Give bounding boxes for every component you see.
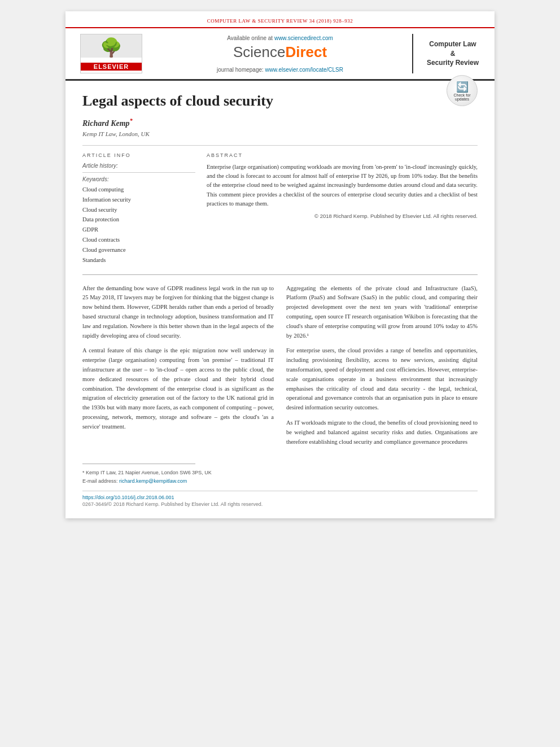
keyword-5: GDPR	[82, 225, 195, 235]
page: COMPUTER LAW & SECURITY REVIEW 34 (2018)…	[65, 11, 495, 518]
journal-header-center: Available online at www.sciencedirect.co…	[148, 34, 412, 73]
keywords-label: Keywords:	[82, 176, 195, 182]
journal-banner-text: COMPUTER LAW & SECURITY REVIEW 34 (2018)…	[207, 18, 353, 24]
journal-homepage-text: journal homepage: www.elsevier.com/locat…	[217, 67, 343, 73]
elsevier-tree-icon: 🌳	[100, 37, 123, 58]
author-affiliation: Kemp IT Law, London, UK	[82, 130, 478, 137]
journal-banner: COMPUTER LAW & SECURITY REVIEW 34 (2018)…	[65, 11, 495, 28]
keywords-list: Cloud computing Information security Clo…	[82, 185, 195, 265]
elsevier-brand-text: ELSEVIER	[81, 63, 142, 71]
abstract-section: ABSTRACT Enterprise (large organisation)…	[207, 152, 478, 265]
journal-title-text: Computer Law & Security Review	[427, 40, 479, 68]
author-name: Richard Kemp*	[82, 117, 478, 128]
email-label: E-mail address:	[82, 478, 118, 484]
meta-section: ARTICLE INFO Article history: Keywords: …	[82, 152, 478, 265]
publisher-logo: 🌳 ELSEVIER	[75, 34, 148, 73]
abstract-label: ABSTRACT	[207, 152, 478, 158]
check-updates-icon: 🔄	[456, 81, 469, 93]
elsevier-logo-box: 🌳 ELSEVIER	[80, 34, 142, 73]
keyword-3: Cloud security	[82, 205, 195, 215]
article-info-column: ARTICLE INFO Article history: Keywords: …	[82, 152, 195, 265]
sd-direct-text: Direct	[285, 43, 327, 60]
author-sup: *	[130, 117, 133, 124]
header-divider	[82, 145, 478, 146]
content-col1-para2: A central feature of this change is the …	[82, 346, 274, 431]
footnote-affil: * Kemp IT Law, 21 Napier Avenue, London …	[82, 469, 478, 477]
keyword-6: Cloud contracts	[82, 235, 195, 245]
history-label: Article history:	[82, 163, 195, 169]
footnote-divider	[82, 464, 195, 464]
email-link[interactable]: richard.kemp@kempitlaw.com	[119, 478, 187, 484]
article-info-label: ARTICLE INFO	[82, 152, 195, 158]
article-body: 🔄 Check forupdates Legal aspects of clou…	[65, 81, 495, 518]
footer-block: https://doi.org/10.1016/j.clsr.2018.06.0…	[82, 491, 478, 507]
content-col-1: After the demanding bow wave of GDPR rea…	[82, 284, 274, 453]
footnote-block: * Kemp IT Law, 21 Napier Avenue, London …	[82, 469, 478, 485]
main-content: After the demanding bow wave of GDPR rea…	[82, 284, 478, 453]
keyword-4: Data protection	[82, 215, 195, 225]
content-col1-para1: After the demanding bow wave of GDPR rea…	[82, 284, 274, 341]
abstract-text: Enterprise (large organisation) computin…	[207, 163, 478, 208]
keyword-2: Information security	[82, 195, 195, 205]
check-updates-text: Check forupdates	[454, 93, 471, 101]
content-col2-para3: As IT workloads migrate to the cloud, th…	[286, 418, 478, 447]
check-updates-badge: 🔄 Check forupdates	[447, 75, 478, 106]
info-divider	[82, 172, 195, 173]
keyword-7: Cloud governance	[82, 245, 195, 255]
journal-homepage-url[interactable]: www.elsevier.com/locate/CLSR	[265, 67, 343, 73]
keyword-1: Cloud computing	[82, 185, 195, 195]
content-divider	[82, 274, 478, 275]
footer-rights-text: 0267-3649/© 2018 Richard Kemp. Published…	[82, 501, 478, 507]
content-col2-para2: For enterprise users, the cloud provides…	[286, 346, 478, 413]
sciencedirect-logo: ScienceDirect	[233, 43, 327, 61]
keyword-8: Standards	[82, 255, 195, 265]
content-col-2: Aggregating the elements of the private …	[286, 284, 478, 453]
available-online-text: Available online at www.sciencedirect.co…	[227, 35, 333, 41]
journal-title-block: Computer Law & Security Review	[412, 34, 485, 73]
sd-science-text: Science	[233, 43, 286, 60]
article-title: Legal aspects of cloud security	[82, 92, 478, 110]
journal-header: 🌳 ELSEVIER Available online at www.scien…	[65, 28, 495, 81]
doi-link[interactable]: https://doi.org/10.1016/j.clsr.2018.06.0…	[82, 495, 478, 500]
abstract-copyright: © 2018 Richard Kemp. Published by Elsevi…	[207, 213, 478, 219]
footnote-email: E-mail address: richard.kemp@kempitlaw.c…	[82, 477, 478, 485]
content-col2-para1: Aggregating the elements of the private …	[286, 284, 478, 341]
sciencedirect-url[interactable]: www.sciencedirect.com	[274, 35, 333, 41]
